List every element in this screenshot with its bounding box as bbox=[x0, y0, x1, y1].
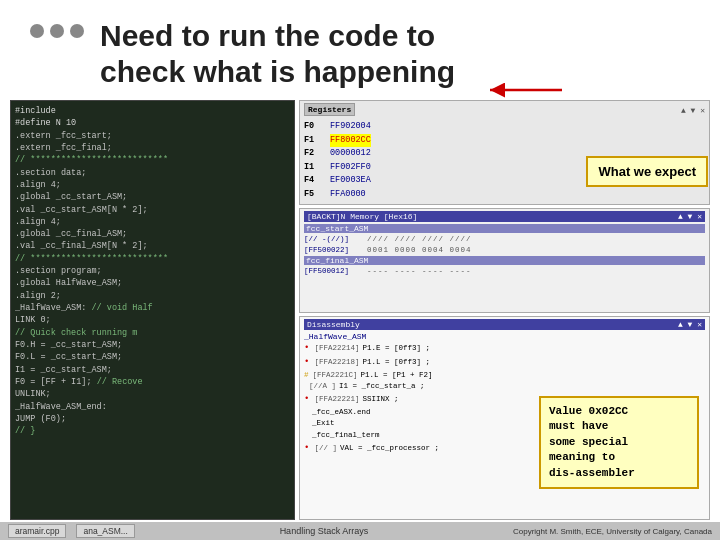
footer-center: Handling Stack Arrays bbox=[145, 526, 503, 536]
footer-copyright: Copyright M. Smith, ECE, University of C… bbox=[513, 527, 712, 536]
code-line: _HalfWave_ASM_end: bbox=[15, 401, 290, 413]
memory-controls: ▲ ▼ ✕ bbox=[678, 212, 702, 221]
code-line: // } bbox=[15, 425, 290, 437]
code-line: F0.L = _cc_start_ASM; bbox=[15, 351, 290, 363]
code-line: .align 2; bbox=[15, 290, 290, 302]
memory-row: [FF500022]0001 0000 0004 0004 bbox=[304, 245, 705, 256]
dot-1 bbox=[30, 24, 44, 38]
footer-tab2[interactable]: ana_ASM... bbox=[76, 524, 134, 538]
header: Need to run the code to check what is ha… bbox=[0, 0, 720, 100]
reg-panel-controls: ▲ ▼ ✕ bbox=[681, 106, 705, 115]
main-content: #include #define N 10.extern _fcc_start;… bbox=[0, 100, 720, 520]
disassembly-panel: Disassembly ▲ ▼ ✕ _HalfWave_ASM •[FFA222… bbox=[299, 316, 710, 520]
register-row: F1FF8002CC bbox=[304, 134, 705, 148]
arrow-indicator bbox=[482, 80, 572, 100]
code-line: .section program; bbox=[15, 265, 290, 277]
disasm-row: •[FFA22214]P1.E = [0ff3] ; bbox=[304, 342, 705, 356]
code-line: #include bbox=[15, 105, 290, 117]
disassembly-title: Disassembly bbox=[307, 320, 360, 329]
title-line1: Need to run the code to bbox=[100, 19, 435, 52]
code-line: .section data; bbox=[15, 167, 290, 179]
value-special-callout: Value 0x02CCmust havesome specialmeaning… bbox=[539, 396, 699, 489]
disasm-row: [//A ]I1 = _fcc_start_a ; bbox=[304, 381, 705, 393]
memory-panel: [BACKT]N Memory [Hex16] ▲ ▼ ✕ fcc_start_… bbox=[299, 208, 710, 313]
code-editor-panel: #include #define N 10.extern _fcc_start;… bbox=[10, 100, 295, 520]
code-line: I1 = _cc_start_ASM; bbox=[15, 364, 290, 376]
footer-tab1[interactable]: aramair.cpp bbox=[8, 524, 66, 538]
code-line: // *************************** bbox=[15, 154, 290, 166]
register-row: F0FF902004 bbox=[304, 120, 705, 134]
what-we-expect-callout: What we expect bbox=[586, 156, 708, 187]
memory-title: [BACKT]N Memory [Hex16] bbox=[307, 212, 417, 221]
memory-row: [FF500012]---- ---- ---- ---- bbox=[304, 266, 705, 277]
code-line: .extern _fcc_final; bbox=[15, 142, 290, 154]
footer: aramair.cpp ana_ASM... Handling Stack Ar… bbox=[0, 522, 720, 540]
disassembly-header: Disassembly ▲ ▼ ✕ bbox=[304, 319, 705, 330]
memory-section-label: fcc_final_ASM bbox=[304, 256, 705, 265]
code-line: .val _cc_final_ASM[N * 2]; bbox=[15, 240, 290, 252]
code-line: .align 4; bbox=[15, 179, 290, 191]
memory-row: [// -(//)]//// //// //// //// bbox=[304, 234, 705, 245]
disasm-function-label: _HalfWave_ASM bbox=[304, 332, 705, 341]
code-line: LINK 0; bbox=[15, 314, 290, 326]
decoration-dots bbox=[30, 24, 84, 38]
code-line: .global HalfWave_ASM; bbox=[15, 277, 290, 289]
code-line: .global _cc_final_ASM; bbox=[15, 228, 290, 240]
code-line: .align 4; bbox=[15, 216, 290, 228]
register-panel-title: Registers bbox=[304, 103, 355, 116]
dot-2 bbox=[50, 24, 64, 38]
code-line: // *************************** bbox=[15, 253, 290, 265]
memory-rows: [// -(//)]//// //// //// ////[FF500022]0… bbox=[304, 234, 705, 278]
code-line: F0.H = _cc_start_ASM; bbox=[15, 339, 290, 351]
register-panel: Registers ▲ ▼ ✕ F0FF902004F1FF8002CCF200… bbox=[299, 100, 710, 205]
disasm-row: #[FFA2221C]P1.L = [P1 + F2] bbox=[304, 370, 705, 382]
memory-addr-label: fcc_start_ASM bbox=[304, 224, 705, 233]
code-line: #define N 10 bbox=[15, 117, 290, 129]
code-line: F0 = [FF + I1]; // Recove bbox=[15, 376, 290, 388]
register-row: F5FFA0000 bbox=[304, 188, 705, 202]
code-line: JUMP (F0); bbox=[15, 413, 290, 425]
disasm-controls: ▲ ▼ ✕ bbox=[678, 320, 702, 329]
callout-value-text: Value 0x02CCmust havesome specialmeaning… bbox=[549, 405, 635, 479]
footer-center-text: Handling Stack Arrays bbox=[280, 526, 369, 536]
dot-3 bbox=[70, 24, 84, 38]
disasm-row: •[FFA22218]P1.L = [0ff3] ; bbox=[304, 356, 705, 370]
callout-text: What we expect bbox=[598, 164, 696, 179]
code-line: .extern _fcc_start; bbox=[15, 130, 290, 142]
title-line2: check what is happening bbox=[100, 55, 455, 88]
right-panel: Registers ▲ ▼ ✕ F0FF902004F1FF8002CCF200… bbox=[295, 100, 710, 520]
code-line: .global _cc_start_ASM; bbox=[15, 191, 290, 203]
code-line: // Quick check running m bbox=[15, 327, 290, 339]
code-line: UNLINK; bbox=[15, 388, 290, 400]
code-line: _HalfWave_ASM: // void Half bbox=[15, 302, 290, 314]
memory-panel-header: [BACKT]N Memory [Hex16] ▲ ▼ ✕ bbox=[304, 211, 705, 222]
code-line: .val _cc_start_ASM[N * 2]; bbox=[15, 204, 290, 216]
slide-title: Need to run the code to check what is ha… bbox=[100, 18, 455, 90]
